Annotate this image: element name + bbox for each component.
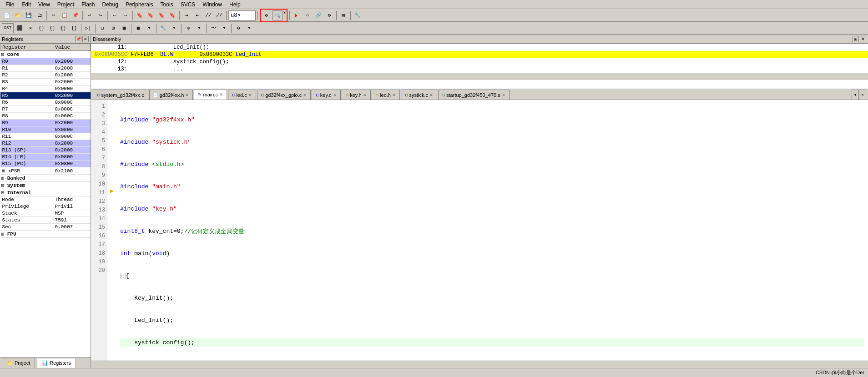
table-row[interactable]: R10 0x0800	[0, 126, 91, 133]
tab-gd32f4xx-h[interactable]: 📄 gd32f4xx.h ✕	[149, 90, 193, 100]
panel-pin-icon[interactable]: 📌	[75, 36, 81, 42]
tb2-braces2[interactable]: {}	[47, 23, 57, 33]
tab-close-2[interactable]: ✕	[219, 92, 223, 97]
table-row[interactable]: R13 (SP) 0x2000	[0, 147, 91, 154]
internal-expand[interactable]: ⊟	[1, 190, 5, 196]
tb2-btn1[interactable]: ⬛	[15, 23, 25, 33]
logic-btn[interactable]: ⊕	[183, 23, 193, 33]
tb2-braces1[interactable]: {}	[36, 23, 46, 33]
code-hscroll[interactable]	[91, 361, 868, 368]
comment-button[interactable]: //	[203, 10, 213, 20]
table-row[interactable]: R8 0x000C	[0, 113, 91, 120]
project-tab[interactable]: 📁 Project	[2, 358, 35, 368]
grid-btn[interactable]: ⊞	[108, 23, 118, 33]
table-row[interactable]: Stack MSP	[0, 210, 91, 217]
registers-tab[interactable]: 📊 Registers	[37, 358, 76, 368]
table-row[interactable]: Sec 0.0007	[0, 224, 91, 231]
registers-scroll[interactable]: Register Value ⊟ Core R0 0x2000	[0, 44, 91, 357]
zoom-dropdown[interactable]: ▼	[283, 10, 286, 20]
tab-startup-s[interactable]: S startup_gd32f450_470.s ✕	[438, 90, 510, 100]
tab-led-h[interactable]: H led.h ✕	[372, 90, 400, 100]
tab-close-3[interactable]: ✕	[248, 93, 252, 97]
paste-button[interactable]: 📌	[71, 10, 81, 20]
table-row[interactable]: Mode Thread	[0, 196, 91, 203]
table-row[interactable]: R11 0x000C	[0, 133, 91, 140]
tab-close-1[interactable]: ✕	[185, 93, 189, 97]
menu-svcs[interactable]: SVCS	[177, 0, 199, 9]
fpu-expand[interactable]: ⊞	[1, 231, 5, 237]
split-btn[interactable]: ▦	[119, 23, 129, 33]
bookmark3-button[interactable]: 🔖	[156, 10, 167, 20]
menu-tools[interactable]: Tools	[157, 0, 177, 9]
tab-close-8[interactable]: ✕	[429, 93, 433, 97]
xpsr-expand[interactable]: ⊞	[2, 168, 5, 174]
tab-close-4[interactable]: ✕	[303, 93, 307, 97]
menu-view[interactable]: View	[35, 0, 54, 9]
undo-button[interactable]: ↩	[85, 10, 95, 20]
new-button[interactable]: 📄	[2, 10, 12, 20]
table-row[interactable]: R12 0x2000	[0, 140, 91, 147]
view-button[interactable]: ▤	[338, 10, 348, 20]
dis-close-icon[interactable]: ✕	[860, 36, 866, 42]
table-row[interactable]: R6 0x000C	[0, 99, 91, 106]
tab-close-5[interactable]: ✕	[333, 93, 337, 97]
bookmark2-button[interactable]: 🔖	[146, 10, 156, 20]
menu-help[interactable]: Help	[226, 0, 244, 9]
menu-peripherals[interactable]: Peripherals	[122, 0, 157, 9]
table-row[interactable]: Privilege Privil	[0, 203, 91, 210]
circle-button[interactable]: ○	[303, 10, 313, 20]
config-button[interactable]: ⚙	[324, 10, 334, 20]
tab-gd32f4xx-gpio-c[interactable]: C gd32f4xx_gpio.c ✕	[257, 90, 311, 100]
code-editor[interactable]: 1 2 3 4 5 6 7 8 9 10 11 12 13 14 15 16 1…	[91, 100, 868, 361]
debug-zoom-button[interactable]: 🔍	[273, 10, 283, 20]
cpu-icon-button[interactable]: ⚙	[262, 10, 272, 20]
table-row[interactable]: R7 0x000C	[0, 106, 91, 113]
tab-led-c[interactable]: C led.c ✕	[228, 90, 256, 100]
table-row[interactable]: States 7591	[0, 217, 91, 224]
memory-btn[interactable]: ▦	[133, 23, 143, 33]
panel-close-icon[interactable]: ✕	[82, 36, 89, 42]
table-row[interactable]: R0 0x2000	[0, 58, 91, 65]
tab-close-7[interactable]: ✕	[392, 93, 396, 97]
tab-close-9[interactable]: ✕	[502, 93, 505, 97]
disassembly-hscroll[interactable]	[91, 73, 868, 80]
cut-button[interactable]: ✂	[49, 10, 59, 20]
redo-button[interactable]: ↪	[96, 10, 106, 20]
table-row[interactable]: R3 0x2000	[0, 79, 91, 85]
menu-flash[interactable]: Flash	[78, 0, 98, 9]
expand-8[interactable]: ⊟	[120, 273, 126, 279]
tab-key-h[interactable]: H key.h ✕	[342, 90, 371, 100]
system-expand[interactable]: ⊟	[1, 183, 5, 188]
misc-btn[interactable]: 🔧	[158, 23, 168, 33]
bookmark4-button[interactable]: 🔖	[167, 10, 177, 20]
tab-main-c[interactable]: ✎ main.c ✕	[194, 90, 227, 100]
misc-drop[interactable]: ▼	[169, 23, 179, 33]
wave-drop[interactable]: ▼	[219, 23, 229, 33]
tb2-braces3[interactable]: {}	[58, 23, 68, 33]
table-row[interactable]: R14 (LR) 0x0800	[0, 154, 91, 161]
sys-btn[interactable]: ⚙	[233, 23, 243, 33]
table-row[interactable]: R4 0x0000	[0, 85, 91, 92]
indent-button[interactable]: ⇥	[182, 10, 192, 20]
menu-window[interactable]: Window	[199, 0, 226, 9]
code-content[interactable]: #include "gd32f4xx.h" #include "systick.…	[116, 100, 868, 361]
menu-file[interactable]: File	[2, 0, 18, 9]
bookmark1-button[interactable]: 🔖	[135, 10, 145, 20]
menu-project[interactable]: Project	[54, 0, 78, 9]
win-btn[interactable]: ◻	[97, 23, 107, 33]
uncomment-button[interactable]: //	[214, 10, 224, 20]
rst-button[interactable]: RST	[2, 23, 14, 33]
table-row[interactable]: R2 0x2000	[0, 72, 91, 79]
menu-edit[interactable]: Edit	[18, 0, 35, 9]
dis-dock-icon[interactable]: ⊞	[853, 36, 859, 42]
menu-debug[interactable]: Debug	[99, 0, 122, 9]
tab-close-6[interactable]: ✕	[363, 93, 367, 97]
nav-back-button[interactable]: ←	[110, 10, 120, 20]
run-button[interactable]: ⏵	[292, 10, 302, 20]
tabs-close-all-button[interactable]: ✕	[859, 90, 866, 100]
table-row[interactable]: R15 (PC) 0x0800	[0, 161, 91, 167]
tab-systick-c[interactable]: C systick.c ✕	[401, 90, 437, 100]
banked-expand[interactable]: ⊞	[1, 176, 5, 181]
tb2-braces4[interactable]: {}	[69, 23, 79, 33]
tb2-btn2[interactable]: ✕	[25, 23, 35, 33]
